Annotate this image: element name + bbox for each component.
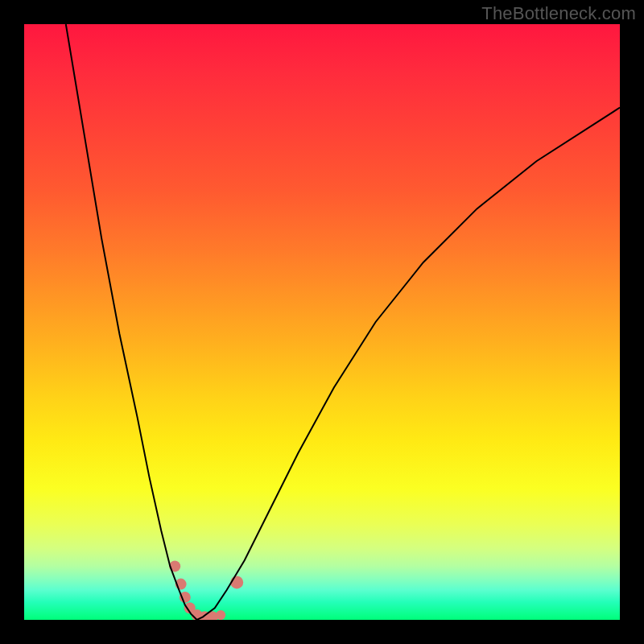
data-marker	[230, 576, 243, 588]
watermark-text: TheBottleneck.com	[481, 3, 636, 24]
curve-left	[66, 24, 197, 620]
curve-right	[197, 108, 620, 620]
chart-frame: TheBottleneck.com	[0, 0, 644, 644]
data-marker	[216, 610, 225, 620]
chart-svg	[24, 24, 620, 620]
plot-area	[24, 24, 620, 620]
marker-group	[169, 560, 243, 620]
